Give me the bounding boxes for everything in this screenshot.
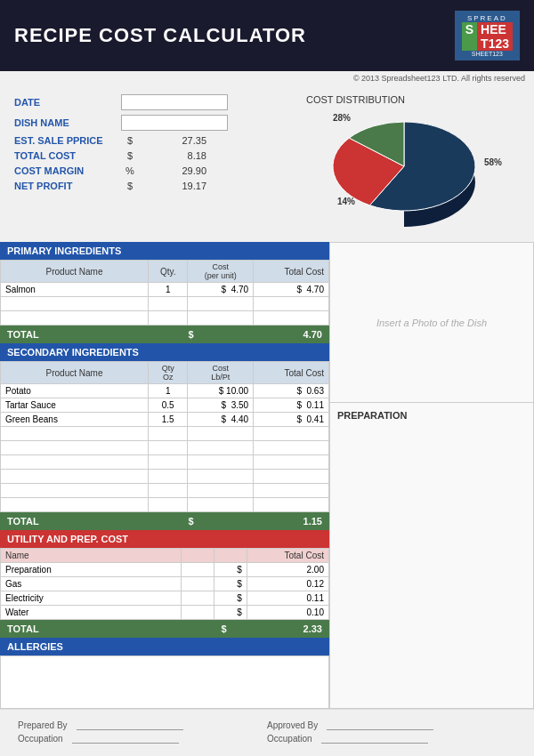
secondary-col-total: Total Cost (254, 362, 329, 384)
utility-cost-3: 0.11 (247, 591, 328, 606)
table-row (1, 427, 329, 441)
utility-name-2: Gas (1, 577, 182, 591)
primary-total-table: TOTAL $ 4.70 (0, 326, 329, 343)
primary-table-header-row: Product Name Qty. Cost(per unit) Total C… (1, 261, 329, 283)
date-row: DATE (14, 94, 297, 110)
est-sale-label: EST. SALE PPRICE (14, 135, 121, 146)
occupation2-row: Occupation (267, 734, 516, 744)
utility-spacer1-3 (181, 591, 214, 606)
table-row: Green Beans 1.5 $ 4.40 $ 0.41 (1, 413, 329, 427)
secondary-total-3: $ 0.41 (254, 413, 329, 427)
logo-num: HEET123 (477, 22, 513, 51)
occupation2-line (321, 734, 428, 744)
table-row: Potato 1 $ 10.00 $ 0.63 (1, 384, 329, 398)
footer: Prepared By Occupation Approved By Occup… (0, 709, 534, 756)
date-label: DATE (14, 97, 121, 108)
primary-qty-1: 1 (149, 283, 188, 297)
dish-name-row: DISH NAME (14, 115, 297, 131)
pie-chart: 28% 14% 58% (306, 109, 502, 233)
cost-margin-label: COST MARGIN (14, 165, 121, 176)
secondary-qty-2: 0.5 (149, 398, 188, 413)
pie-label-28: 28% (333, 113, 351, 123)
primary-table: Product Name Qty. Cost(per unit) Total C… (0, 260, 329, 326)
summary-section: DATE DISH NAME EST. SALE PPRICE $ 27.35 … (0, 85, 534, 242)
utility-cost-2: 0.12 (247, 577, 328, 591)
utility-total-table: TOTAL $ 2.33 (0, 620, 329, 638)
table-row: Preparation $ 2.00 (1, 563, 329, 577)
pie-svg (306, 109, 502, 229)
table-row (1, 484, 329, 498)
table-row (1, 455, 329, 470)
utility-unit-3: $ (214, 591, 247, 606)
est-sale-value: 27.35 (139, 135, 210, 146)
approved-by-label: Approved By (267, 720, 318, 730)
pie-label-14: 14% (337, 197, 355, 206)
header: RECIPE COST CALCULATOR SPREAD S HEET123 … (0, 0, 534, 71)
main-content: PRIMARY INGREDIENTS Product Name Qty. Co… (0, 242, 534, 709)
utility-total-label: TOTAL (0, 620, 182, 638)
secondary-total-1: $ 0.63 (254, 384, 329, 398)
utility-unit-4: $ (214, 606, 247, 620)
secondary-col-name: Product Name (1, 362, 149, 384)
secondary-qty-3: 1.5 (149, 413, 188, 427)
table-row (1, 297, 329, 311)
occupation1-label: Occupation (18, 734, 63, 744)
primary-col-name: Product Name (1, 261, 149, 283)
utility-header-row: Name Total Cost (1, 549, 329, 563)
table-row (1, 498, 329, 512)
logo-subtitle: SHEET123 (472, 51, 503, 57)
net-profit-label: NET PROFIT (14, 181, 121, 191)
net-profit-row: NET PROFIT $ 19.17 (14, 181, 297, 191)
primary-total-value: 4.70 (214, 326, 330, 343)
secondary-total-label: TOTAL (0, 512, 182, 530)
utility-col-name: Name (1, 549, 182, 563)
left-tables: PRIMARY INGREDIENTS Product Name Qty. Co… (0, 242, 329, 709)
pie-label-58: 58% (484, 157, 502, 167)
secondary-name-3: Green Beans (1, 413, 149, 427)
total-cost-label: TOTAL COST (14, 150, 121, 161)
allergies-header: ALLERGIES (0, 638, 329, 655)
dish-name-input[interactable] (121, 115, 228, 131)
utility-total-row: TOTAL $ 2.33 (0, 620, 329, 638)
date-input[interactable] (121, 94, 228, 110)
secondary-total-value: 1.15 (214, 512, 330, 530)
logo: SPREAD S HEET123 SHEET123 (455, 11, 520, 60)
utility-name-3: Electricity (1, 591, 182, 606)
primary-name-1: Salmon (1, 283, 149, 297)
utility-name-1: Preparation (1, 563, 182, 577)
secondary-table: Product Name QtyOz CostLb/Pt Total Cost … (0, 361, 329, 512)
right-panel: Insert a Photo of the Dish PREPARATION (329, 242, 534, 709)
utility-total-spacer (182, 620, 214, 638)
primary-col-cost: Cost(per unit) (188, 261, 254, 283)
est-sale-unit: $ (121, 135, 139, 146)
net-profit-value: 19.17 (139, 181, 210, 191)
utility-unit-2: $ (214, 577, 247, 591)
utility-total-value: 2.33 (247, 620, 330, 638)
photo-placeholder: Insert a Photo of the Dish (330, 243, 533, 403)
secondary-name-1: Potato (1, 384, 149, 398)
allergies-body (0, 655, 329, 709)
secondary-table-header-row: Product Name QtyOz CostLb/Pt Total Cost (1, 362, 329, 384)
utility-cost-4: 0.10 (247, 606, 328, 620)
utility-spacer1-4 (181, 606, 214, 620)
table-row (1, 470, 329, 484)
footer-left: Prepared By Occupation (18, 720, 267, 747)
secondary-total-2: $ 0.11 (254, 398, 329, 413)
cost-margin-row: COST MARGIN % 29.90 (14, 165, 297, 176)
table-row: Water $ 0.10 (1, 606, 329, 620)
secondary-name-2: Tartar Sauce (1, 398, 149, 413)
utility-col-spacer2 (214, 549, 247, 563)
primary-header: PRIMARY INGREDIENTS (0, 242, 329, 260)
table-row (1, 441, 329, 455)
prepared-by-line (77, 720, 183, 730)
utility-spacer1-2 (181, 577, 214, 591)
secondary-col-qty: QtyOz (149, 362, 188, 384)
utility-col-total: Total Cost (247, 549, 328, 563)
prepared-by-label: Prepared By (18, 720, 68, 730)
occupation1-row: Occupation (18, 734, 267, 744)
table-row: Salmon 1 $ 4.70 $ 4.70 (1, 283, 329, 297)
utility-table: Name Total Cost Preparation $ 2.00 Gas $ (0, 548, 329, 620)
logo-s: S (462, 22, 477, 51)
table-row: Tartar Sauce 0.5 $ 3.50 $ 0.11 (1, 398, 329, 413)
total-cost-row: TOTAL COST $ 8.18 (14, 150, 297, 161)
